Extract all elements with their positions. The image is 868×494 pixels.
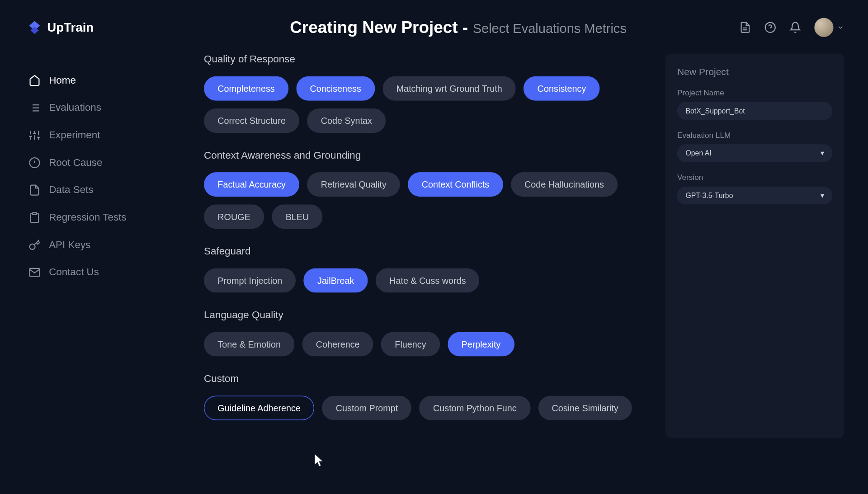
- metric-chip[interactable]: BLEU: [272, 204, 322, 229]
- metric-chip[interactable]: Custom Python Func: [420, 396, 530, 420]
- mail-icon: [28, 266, 40, 278]
- metric-chip[interactable]: Perplexity: [448, 332, 514, 357]
- panel-title: New Project: [677, 67, 832, 78]
- metric-chip[interactable]: Coherence: [302, 332, 373, 357]
- page-title: Creating New Project - Select Evaluation…: [290, 18, 627, 37]
- eval-llm-select[interactable]: Open AI ▾: [677, 144, 832, 162]
- section-title: Safeguard: [204, 245, 653, 257]
- metric-section: Language QualityTone & EmotionCoherenceF…: [204, 309, 653, 356]
- nav-root-cause[interactable]: Root Cause: [24, 149, 179, 177]
- avatar: [814, 18, 833, 37]
- alert-icon: [28, 157, 40, 169]
- logo-icon: [27, 20, 42, 35]
- sidebar: Home Evaluations Experiment Root Cause D…: [24, 37, 179, 438]
- metric-chip[interactable]: Consistency: [524, 76, 599, 101]
- nav-label: Regression Tests: [49, 212, 127, 223]
- nav-label: Evaluations: [49, 102, 101, 113]
- version-value: GPT-3.5-Turbo: [686, 191, 733, 199]
- nav-label: Contact Us: [49, 266, 99, 278]
- chips-row: CompletenessConcisenessMatching wrt Grou…: [204, 76, 653, 133]
- chevron-down-icon: [837, 24, 844, 31]
- main-content: Quality of ResponseCompletenessConcisene…: [179, 37, 665, 438]
- clipboard-icon: [28, 212, 40, 223]
- chevron-down-icon: ▾: [821, 191, 824, 199]
- svg-rect-19: [33, 212, 37, 214]
- metric-chip[interactable]: Code Syntax: [307, 108, 386, 133]
- metric-chip[interactable]: Guideline Adherence: [204, 396, 314, 420]
- version-select[interactable]: GPT-3.5-Turbo ▾: [677, 187, 832, 205]
- metric-chip[interactable]: Custom Prompt: [322, 396, 411, 420]
- section-title: Language Quality: [204, 309, 653, 321]
- metric-chip[interactable]: Matching wrt Ground Truth: [382, 76, 516, 101]
- metric-chip[interactable]: Cosine Similarity: [538, 396, 632, 420]
- nav-experiment[interactable]: Experiment: [24, 122, 179, 149]
- nav-home[interactable]: Home: [24, 67, 179, 94]
- metric-chip[interactable]: Prompt Injection: [204, 268, 296, 292]
- project-name-input[interactable]: [677, 102, 832, 120]
- metric-chip[interactable]: Fluency: [381, 332, 440, 357]
- section-title: Custom: [204, 373, 653, 385]
- home-icon: [28, 75, 40, 86]
- metric-chip[interactable]: Completeness: [204, 76, 288, 101]
- key-icon: [28, 239, 40, 251]
- section-title: Context Awareness and Grounding: [204, 150, 653, 161]
- chips-row: Tone & EmotionCoherenceFluencyPerplexity: [204, 332, 653, 357]
- nav-label: Data Sets: [49, 184, 93, 196]
- bell-icon[interactable]: [789, 21, 801, 33]
- nav-label: Root Cause: [49, 157, 102, 169]
- metric-chip[interactable]: Hate & Cuss words: [376, 268, 480, 292]
- metric-chip[interactable]: Context Conflicts: [408, 172, 503, 197]
- right-panel: New Project Project Name Evaluation LLM …: [665, 54, 844, 438]
- cursor-icon: [315, 454, 326, 467]
- document-icon[interactable]: [739, 21, 751, 33]
- metric-chip[interactable]: Retrieval Quality: [307, 172, 400, 197]
- chips-row: Prompt InjectionJailBreakHate & Cuss wor…: [204, 268, 653, 292]
- metric-chip[interactable]: Code Hallucinations: [511, 172, 618, 197]
- metric-chip[interactable]: Correct Structure: [204, 108, 299, 133]
- help-icon[interactable]: [764, 21, 776, 33]
- project-name-label: Project Name: [677, 88, 832, 97]
- nav-evaluations[interactable]: Evaluations: [24, 94, 179, 122]
- eval-llm-label: Evaluation LLM: [677, 131, 832, 140]
- metric-chip[interactable]: Tone & Emotion: [204, 332, 294, 357]
- nav-api-keys[interactable]: API Keys: [24, 231, 179, 259]
- list-icon: [28, 102, 40, 113]
- metric-chip[interactable]: JailBreak: [304, 268, 368, 292]
- metric-section: SafeguardPrompt InjectionJailBreakHate &…: [204, 245, 653, 292]
- nav-label: Experiment: [49, 129, 100, 141]
- page-title-main: Creating New Project -: [290, 18, 468, 37]
- page-title-sub: Select Evaluations Metrics: [473, 21, 627, 36]
- nav-contact-us[interactable]: Contact Us: [24, 259, 179, 286]
- metric-section: CustomGuideline AdherenceCustom PromptCu…: [204, 373, 653, 420]
- section-title: Quality of Response: [204, 54, 653, 66]
- chevron-down-icon: ▾: [821, 149, 824, 157]
- eval-llm-value: Open AI: [686, 149, 712, 157]
- file-icon: [28, 184, 40, 196]
- metric-chip[interactable]: Factual Accuracy: [204, 172, 299, 197]
- user-menu[interactable]: [814, 18, 844, 37]
- chips-row: Factual AccuracyRetrieval QualityContext…: [204, 172, 653, 229]
- sliders-icon: [28, 129, 40, 141]
- nav-label: Home: [49, 75, 76, 86]
- nav-data-sets[interactable]: Data Sets: [24, 176, 179, 204]
- nav-label: API Keys: [49, 239, 90, 251]
- version-label: Version: [677, 173, 832, 182]
- nav-regression-tests[interactable]: Regression Tests: [24, 204, 179, 231]
- brand-name: UpTrain: [47, 20, 94, 35]
- metric-section: Quality of ResponseCompletenessConcisene…: [204, 54, 653, 133]
- metric-chip[interactable]: ROUGE: [204, 204, 264, 229]
- logo[interactable]: UpTrain: [27, 20, 94, 35]
- metric-chip[interactable]: Conciseness: [296, 76, 375, 101]
- chips-row: Guideline AdherenceCustom PromptCustom P…: [204, 396, 653, 420]
- metric-section: Context Awareness and GroundingFactual A…: [204, 150, 653, 229]
